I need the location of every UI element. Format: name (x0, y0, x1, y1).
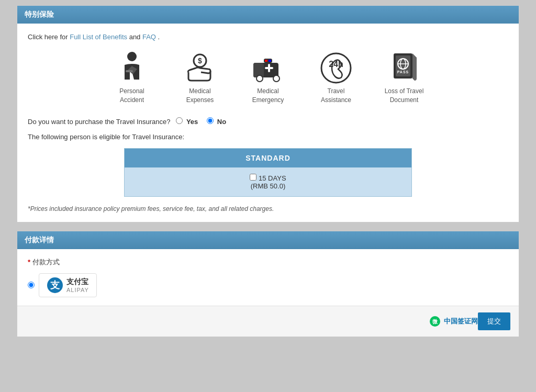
icon-medical-emergency: MedicalEmergency (244, 49, 292, 105)
table-header-row: STANDARD (124, 148, 412, 167)
payment-title: 付款详情 (25, 236, 54, 244)
personal-accident-label: PersonalAccident (119, 87, 144, 105)
svg-point-8 (256, 75, 263, 82)
special-insurance-body: Click here for Full List of Benefits and… (17, 24, 519, 222)
insurance-icons-row: PersonalAccident $ MedicalExpenses (28, 49, 508, 105)
svg-rect-7 (268, 64, 270, 72)
special-insurance-title: 特别保险 (25, 10, 54, 18)
submit-button[interactable]: 提交 (478, 312, 510, 330)
payment-body: * 付款方式 支 支付宝 ALIPAY (17, 249, 519, 306)
table-header-cell: STANDARD (124, 148, 412, 167)
table-data-cell[interactable]: 15 DAYS (RMB 50.0) (124, 167, 412, 197)
purchase-question-row: Do you want to purchase the Travel Insur… (28, 117, 508, 126)
personal-accident-icon (113, 49, 151, 87)
medical-emergency-icon (249, 49, 287, 87)
alipay-logo: 支 支付宝 ALIPAY (39, 273, 97, 297)
alipay-radio[interactable] (28, 282, 35, 288)
15-days-checkbox[interactable] (250, 174, 256, 181)
travel-assistance-icon: 24h (317, 49, 355, 87)
disclaimer-text: *Prices included insurance policy premiu… (28, 205, 508, 212)
svg-text:微: 微 (432, 319, 438, 324)
payment-option-alipay[interactable]: 支 支付宝 ALIPAY (28, 273, 508, 297)
payment-card: 付款详情 * 付款方式 支 支付宝 ALIPAY (17, 231, 519, 337)
yes-option-label[interactable]: Yes (176, 118, 200, 126)
no-radio[interactable] (207, 117, 214, 124)
alipay-icon: 支 (47, 277, 63, 294)
benefits-prefix: Click here for (28, 33, 70, 41)
no-label: No (217, 118, 226, 126)
svg-text:$: $ (198, 57, 202, 65)
svg-rect-11 (265, 60, 267, 62)
faq-link[interactable]: FAQ (142, 33, 156, 41)
svg-rect-1 (126, 70, 133, 72)
benefits-link-row: Click here for Full List of Benefits and… (28, 33, 508, 41)
icon-medical-expenses: $ MedicalExpenses (176, 49, 224, 105)
medical-emergency-label: MedicalEmergency (252, 87, 284, 105)
loss-travel-document-label: Loss of TravelDocument (385, 87, 424, 105)
benefits-and: and (129, 33, 142, 41)
payment-header: 付款详情 (17, 231, 519, 249)
alipay-english: ALIPAY (66, 287, 89, 293)
payment-method-text: 付款方式 (32, 257, 60, 267)
watermark: 微 中国签证网 (429, 316, 478, 327)
svg-point-9 (273, 75, 280, 82)
eligible-text: The following person is eligible for Tra… (28, 133, 508, 141)
loss-travel-document-icon: PASS (385, 49, 423, 87)
icon-travel-assistance: 24h Travel Assistance (312, 49, 360, 105)
benefits-period: . (158, 33, 160, 41)
no-option-label[interactable]: No (207, 118, 226, 126)
special-insurance-card: 特别保险 Click here for Full List of Benefit… (17, 5, 519, 222)
full-list-link[interactable]: Full List of Benefits (70, 33, 127, 41)
standard-table: STANDARD 15 DAYS (RMB 50.0) (124, 148, 412, 197)
alipay-chinese: 支付宝 (66, 277, 89, 287)
icon-loss-travel-document: PASS Loss of TravelDocument (381, 49, 428, 105)
special-insurance-header: 特别保险 (17, 6, 519, 24)
payment-method-label: * 付款方式 (28, 257, 508, 267)
icon-personal-accident: PersonalAccident (108, 49, 155, 105)
yes-radio[interactable] (176, 117, 183, 124)
yes-label: Yes (186, 118, 198, 126)
days-label: 15 DAYS (259, 174, 286, 182)
purchase-question-text: Do you want to purchase the Travel Insur… (28, 118, 170, 126)
table-data-row: 15 DAYS (RMB 50.0) (124, 167, 412, 197)
required-star: * (28, 258, 30, 266)
bottom-bar: 微 中国签证网 提交 (17, 306, 519, 337)
svg-text:支: 支 (50, 280, 60, 290)
medical-expenses-label: MedicalExpenses (186, 87, 214, 105)
medical-expenses-icon: $ (181, 49, 219, 87)
wechat-icon: 微 (429, 316, 441, 327)
svg-rect-12 (269, 60, 271, 62)
svg-point-0 (127, 52, 137, 61)
svg-text:PASS: PASS (397, 70, 409, 74)
travel-assistance-label: Travel Assistance (312, 87, 360, 105)
price-label: (RMB 50.0) (251, 182, 285, 190)
